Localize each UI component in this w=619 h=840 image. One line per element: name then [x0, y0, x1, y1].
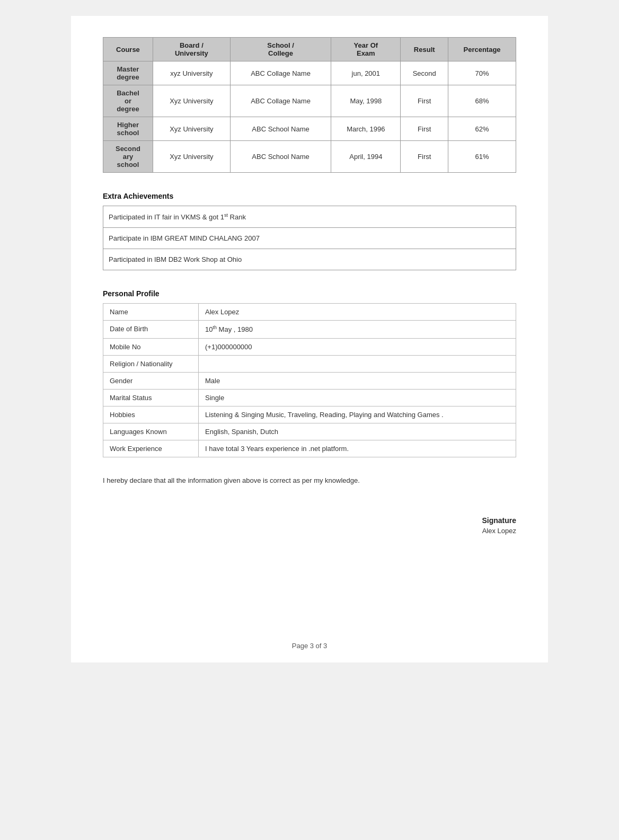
profile-label: Date of Birth	[103, 321, 199, 338]
edu-result: First	[401, 141, 448, 173]
edu-result: First	[401, 85, 448, 117]
edu-course: Higherschool	[103, 117, 153, 141]
edu-year: April, 1994	[331, 141, 401, 173]
edu-school: ABC Collage Name	[230, 61, 331, 85]
profile-value: Alex Lopez	[199, 304, 516, 321]
declaration-text: I hereby declare that all the informatio…	[103, 476, 516, 484]
edu-percentage: 68%	[448, 85, 516, 117]
edu-school: ABC School Name	[230, 141, 331, 173]
edu-result: First	[401, 117, 448, 141]
profile-value: Listening & Singing Music, Traveling, Re…	[199, 406, 516, 423]
edu-row: Higherschool Xyz University ABC School N…	[103, 117, 516, 141]
achievement-item: Participated in IT fair in VKMS & got 1s…	[103, 206, 516, 228]
edu-col-year: Year OfExam	[331, 38, 401, 61]
profile-row: Gender Male	[103, 372, 516, 389]
edu-year: May, 1998	[331, 85, 401, 117]
profile-label: Languages Known	[103, 423, 199, 440]
edu-row: Bachelordegree Xyz University ABC Collag…	[103, 85, 516, 117]
profile-row: Work Experience I have total 3 Years exp…	[103, 440, 516, 457]
profile-label: Marital Status	[103, 389, 199, 406]
profile-label: Gender	[103, 372, 199, 389]
profile-row: Hobbies Listening & Singing Music, Trave…	[103, 406, 516, 423]
profile-value: (+1)000000000	[199, 338, 516, 355]
edu-year: jun, 2001	[331, 61, 401, 85]
profile-value: Single	[199, 389, 516, 406]
profile-value: I have total 3 Years experience in .net …	[199, 440, 516, 457]
edu-school: ABC School Name	[230, 117, 331, 141]
edu-board: xyz University	[153, 61, 230, 85]
profile-row: Name Alex Lopez	[103, 304, 516, 321]
profile-label: Religion / Nationality	[103, 355, 199, 372]
edu-row: Masterdegree xyz University ABC Collage …	[103, 61, 516, 85]
achievement-item: Participate in IBM GREAT MIND CHALANG 20…	[103, 228, 516, 249]
edu-result: Second	[401, 61, 448, 85]
profile-value: English, Spanish, Dutch	[199, 423, 516, 440]
edu-board: Xyz University	[153, 141, 230, 173]
edu-course: Bachelordegree	[103, 85, 153, 117]
edu-col-result: Result	[401, 38, 448, 61]
page-footer: Page 3 of 3	[71, 642, 548, 650]
profile-row: Date of Birth 10th May , 1980	[103, 321, 516, 338]
edu-col-board: Board /University	[153, 38, 230, 61]
profile-label: Hobbies	[103, 406, 199, 423]
edu-school: ABC Collage Name	[230, 85, 331, 117]
signature-block: Signature Alex Lopez	[103, 516, 516, 535]
profile-label: Work Experience	[103, 440, 199, 457]
profile-label: Name	[103, 304, 199, 321]
signature-label: Signature	[103, 516, 516, 525]
edu-course: Masterdegree	[103, 61, 153, 85]
profile-row: Languages Known English, Spanish, Dutch	[103, 423, 516, 440]
edu-board: Xyz University	[153, 117, 230, 141]
profile-value: Male	[199, 372, 516, 389]
profile-row: Religion / Nationality	[103, 355, 516, 372]
profile-row: Mobile No (+1)000000000	[103, 338, 516, 355]
achievement-row: Participate in IBM GREAT MIND CHALANG 20…	[103, 228, 516, 249]
signature-name: Alex Lopez	[103, 527, 516, 535]
achievement-item: Participated in IBM DB2 Work Shop at Ohi…	[103, 249, 516, 270]
profile-label: Mobile No	[103, 338, 199, 355]
achievement-row: Participated in IT fair in VKMS & got 1s…	[103, 206, 516, 228]
achievements-table: Participated in IT fair in VKMS & got 1s…	[103, 206, 516, 270]
achievements-heading: Extra Achievements	[103, 192, 516, 200]
profile-value	[199, 355, 516, 372]
achievement-row: Participated in IBM DB2 Work Shop at Ohi…	[103, 249, 516, 270]
edu-col-school: School /College	[230, 38, 331, 61]
edu-row: Secondaryschool Xyz University ABC Schoo…	[103, 141, 516, 173]
edu-percentage: 70%	[448, 61, 516, 85]
education-table: Course Board /University School /College…	[103, 37, 516, 173]
resume-page: Course Board /University School /College…	[71, 16, 548, 662]
edu-percentage: 61%	[448, 141, 516, 173]
edu-year: March, 1996	[331, 117, 401, 141]
profile-row: Marital Status Single	[103, 389, 516, 406]
personal-profile-table: Name Alex Lopez Date of Birth 10th May ,…	[103, 303, 516, 457]
personal-profile-heading: Personal Profile	[103, 289, 516, 298]
edu-board: Xyz University	[153, 85, 230, 117]
profile-value: 10th May , 1980	[199, 321, 516, 338]
edu-col-percentage: Percentage	[448, 38, 516, 61]
edu-percentage: 62%	[448, 117, 516, 141]
edu-course: Secondaryschool	[103, 141, 153, 173]
edu-col-course: Course	[103, 38, 153, 61]
